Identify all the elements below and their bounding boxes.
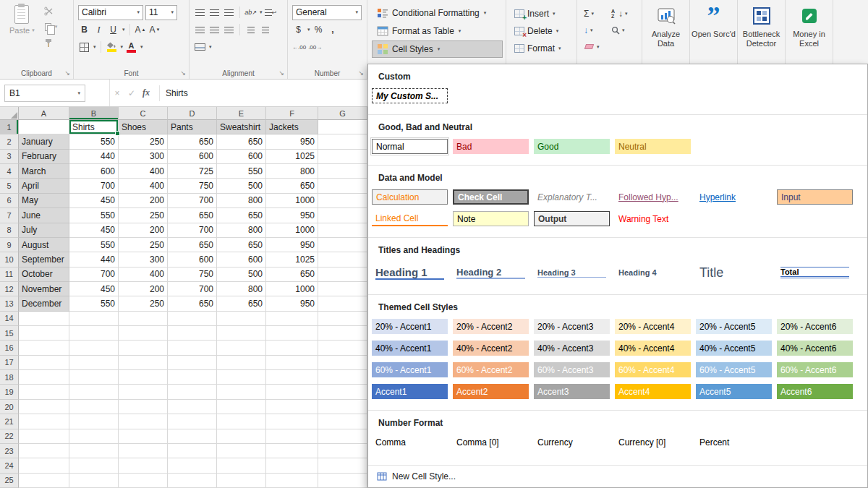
cell-A19[interactable] [19, 385, 69, 399]
cell-style-heading-3[interactable]: Heading 3 [534, 262, 610, 283]
cell-B1[interactable]: Shirts [69, 120, 119, 134]
select-all-button[interactable] [0, 107, 19, 120]
increase-font-size-button[interactable]: A▲ [135, 23, 147, 36]
cell-A9[interactable]: August [19, 238, 69, 252]
paste-button[interactable]: Paste▾ [4, 3, 40, 49]
cell-C1[interactable]: Shoes [119, 120, 168, 134]
cell-E17[interactable] [217, 356, 266, 370]
cell-G5[interactable] [318, 179, 367, 193]
cell-style-my-custom-s[interactable]: My Custom S... [372, 88, 448, 103]
cell-D25[interactable] [168, 474, 217, 488]
cell-E15[interactable] [217, 326, 266, 341]
cell-D3[interactable]: 600 [168, 150, 217, 164]
align-top-button[interactable] [194, 6, 206, 19]
cell-A1[interactable] [19, 120, 69, 134]
cell-style-output[interactable]: Output [534, 211, 610, 226]
cell-style-check-cell[interactable]: Check Cell [453, 189, 529, 205]
cell-G17[interactable] [318, 356, 367, 370]
cell-G16[interactable] [318, 341, 367, 355]
row-header-12[interactable]: 12 [0, 282, 19, 296]
decrease-indent-button[interactable] [244, 23, 257, 36]
cell-B4[interactable]: 600 [69, 164, 119, 179]
orientation-button[interactable]: ab↗ [244, 6, 257, 19]
cut-button[interactable] [44, 4, 58, 17]
cell-B15[interactable] [69, 326, 119, 341]
name-box[interactable]: B1 ▾ [4, 85, 85, 102]
cell-G20[interactable] [318, 400, 367, 414]
cell-A17[interactable] [19, 356, 69, 370]
cell-style-hyperlink[interactable]: Hyperlink [696, 189, 772, 205]
cell-A6[interactable]: May [19, 194, 69, 208]
row-header-2[interactable]: 2 [0, 134, 19, 149]
cell-F12[interactable]: 1000 [266, 282, 318, 296]
cell-C11[interactable]: 400 [119, 267, 168, 282]
cell-E6[interactable]: 800 [217, 194, 266, 208]
cell-styles-button[interactable]: Cell Styles ▾ [372, 40, 503, 58]
cell-B21[interactable] [69, 414, 119, 429]
cell-F6[interactable]: 1000 [266, 194, 318, 208]
cell-A2[interactable]: January [19, 134, 69, 149]
cell-C14[interactable] [119, 312, 168, 326]
cell-A25[interactable] [19, 474, 69, 488]
cell-G24[interactable] [318, 458, 367, 473]
row-header-17[interactable]: 17 [0, 356, 19, 370]
cell-G8[interactable] [318, 223, 367, 238]
cell-C3[interactable]: 300 [119, 150, 168, 164]
cell-G3[interactable] [318, 150, 367, 164]
cell-C2[interactable]: 250 [119, 134, 168, 149]
underline-button[interactable]: U [107, 23, 119, 36]
wrap-text-button[interactable]: ↩ [265, 6, 277, 19]
row-header-21[interactable]: 21 [0, 414, 19, 429]
clear-button[interactable]: ▾ [582, 44, 609, 50]
cell-G15[interactable] [318, 326, 367, 341]
cell-style-neutral[interactable]: Neutral [615, 139, 691, 154]
cell-style-20-accent5[interactable]: 20% - Accent5 [696, 319, 772, 334]
cell-F2[interactable]: 950 [266, 134, 318, 149]
row-header-10[interactable]: 10 [0, 252, 19, 267]
cell-style-40-accent2[interactable]: 40% - Accent2 [453, 341, 529, 356]
cell-E24[interactable] [217, 458, 266, 473]
cell-B12[interactable]: 450 [69, 282, 119, 296]
cell-style-currency-0[interactable]: Currency [0] [615, 435, 691, 450]
cell-G21[interactable] [318, 414, 367, 429]
cell-B2[interactable]: 550 [69, 134, 119, 149]
cell-G10[interactable] [318, 252, 367, 267]
increase-decimal-button[interactable]: ←.00 [292, 40, 306, 53]
cell-A7[interactable]: June [19, 208, 69, 223]
cell-E13[interactable]: 650 [217, 296, 266, 311]
cell-A13[interactable]: December [19, 296, 69, 311]
cell-C8[interactable]: 200 [119, 223, 168, 238]
cell-A4[interactable]: March [19, 164, 69, 179]
cell-style-accent4[interactable]: Accent4 [615, 384, 691, 399]
row-header-19[interactable]: 19 [0, 385, 19, 399]
cell-A18[interactable] [19, 370, 69, 385]
bold-button[interactable]: B [78, 23, 90, 36]
cell-D2[interactable]: 650 [168, 134, 217, 149]
cell-C20[interactable] [119, 400, 168, 414]
cell-style-warning-text[interactable]: Warning Text [615, 211, 691, 226]
cell-style-calculation[interactable]: Calculation [372, 189, 448, 205]
cell-A5[interactable]: April [19, 179, 69, 193]
cell-C24[interactable] [119, 458, 168, 473]
cell-style-accent3[interactable]: Accent3 [534, 384, 610, 399]
row-header-1[interactable]: 1 [0, 120, 19, 134]
cell-style-20-accent3[interactable]: 20% - Accent3 [534, 319, 610, 334]
cell-A24[interactable] [19, 458, 69, 473]
font-dialog-launcher[interactable]: ↘ [180, 69, 186, 77]
cell-D21[interactable] [168, 414, 217, 429]
cell-A14[interactable] [19, 312, 69, 326]
cell-E4[interactable]: 550 [217, 164, 266, 179]
cell-C5[interactable]: 400 [119, 179, 168, 193]
row-header-9[interactable]: 9 [0, 238, 19, 252]
cell-D10[interactable]: 600 [168, 252, 217, 267]
cell-F25[interactable] [266, 474, 318, 488]
cancel-icon[interactable]: × [110, 88, 124, 98]
cell-E20[interactable] [217, 400, 266, 414]
cell-C15[interactable] [119, 326, 168, 341]
cell-style-linked-cell[interactable]: Linked Cell [372, 211, 448, 226]
cell-D6[interactable]: 700 [168, 194, 217, 208]
cell-C18[interactable] [119, 370, 168, 385]
font-name-select[interactable]: Calibri▾ [78, 5, 143, 20]
cell-G14[interactable] [318, 312, 367, 326]
cell-E10[interactable]: 600 [217, 252, 266, 267]
